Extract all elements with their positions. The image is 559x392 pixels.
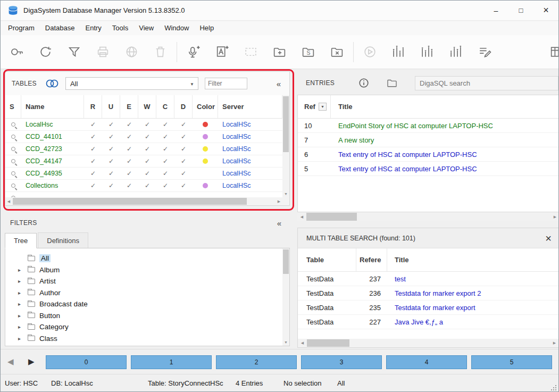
chevron-right-icon[interactable] bbox=[18, 336, 28, 341]
col-header-title[interactable]: Title bbox=[331, 95, 559, 118]
col-header-reference[interactable]: Refere bbox=[356, 248, 387, 271]
col-header-title[interactable]: Title bbox=[387, 248, 559, 271]
scrollbar-thumb[interactable] bbox=[283, 96, 289, 152]
col-header-server[interactable]: Server bbox=[218, 95, 282, 118]
search-result-row[interactable]: TestData 235 Testdata for marker export bbox=[298, 301, 559, 315]
table-name[interactable]: CCD_42723 bbox=[21, 143, 84, 155]
search-row-icon[interactable] bbox=[11, 184, 15, 188]
collapse-tables-button[interactable]: « bbox=[277, 79, 281, 88]
scrollbar-thumb[interactable] bbox=[307, 339, 349, 347]
ref-filter-dropdown-icon[interactable] bbox=[319, 103, 327, 111]
table-row[interactable]: CCD_44101 LocalHSc bbox=[5, 131, 282, 143]
result-title[interactable]: Testdata for marker export bbox=[387, 304, 559, 312]
minimize-button[interactable]: – bbox=[483, 1, 508, 20]
entry-title[interactable]: Text entry of HSC at computer LAPTOP-HSC bbox=[331, 165, 559, 173]
menu-help[interactable]: Help bbox=[194, 21, 219, 35]
key-icon[interactable] bbox=[8, 43, 26, 61]
tree-item-label[interactable]: Broadcast date bbox=[39, 300, 88, 308]
tree-item-all[interactable]: All bbox=[5, 253, 282, 264]
folder-s-icon[interactable]: S bbox=[299, 43, 317, 61]
col-header-r[interactable]: R bbox=[84, 95, 102, 118]
menu-window[interactable]: Window bbox=[159, 21, 194, 35]
add-folder-icon[interactable] bbox=[271, 43, 288, 61]
menu-entry[interactable]: Entry bbox=[80, 21, 107, 35]
scroll-left-arrow-icon[interactable] bbox=[5, 197, 12, 205]
col-header-name[interactable]: Name bbox=[21, 95, 84, 118]
pager-previous-icon[interactable] bbox=[7, 357, 14, 365]
pager-button-0[interactable]: 0 bbox=[46, 355, 127, 369]
statistics-icon-2[interactable] bbox=[419, 43, 436, 61]
col-header-e[interactable]: E bbox=[120, 95, 138, 118]
col-header-u[interactable]: U bbox=[102, 95, 120, 118]
tables-vertical-scrollbar[interactable] bbox=[282, 95, 289, 197]
chevron-right-icon[interactable] bbox=[18, 313, 28, 319]
scrollbar-thumb[interactable] bbox=[13, 198, 247, 205]
tree-item-label[interactable]: Artist bbox=[39, 277, 56, 285]
pager-button-4[interactable]: 4 bbox=[386, 355, 467, 369]
pager-next-icon[interactable] bbox=[28, 357, 35, 365]
collapse-filters-button[interactable]: « bbox=[277, 219, 281, 228]
search-row-icon[interactable] bbox=[11, 147, 15, 151]
tree-vertical-scrollbar[interactable] bbox=[282, 248, 289, 346]
result-title[interactable]: Java Jive €,ƒ„ a bbox=[387, 318, 559, 326]
col-header-s[interactable]: S bbox=[5, 95, 21, 118]
table-row[interactable]: CCD_42723 LocalHSc bbox=[5, 143, 282, 155]
scroll-down-arrow-icon[interactable] bbox=[282, 190, 289, 197]
result-title[interactable]: test bbox=[387, 275, 559, 283]
col-header-color[interactable]: Color bbox=[193, 95, 218, 118]
table-row[interactable]: Collections LocalHSc bbox=[5, 180, 282, 192]
tree-item-label[interactable]: All bbox=[39, 254, 51, 262]
search-row-icon[interactable] bbox=[11, 135, 15, 139]
menu-program[interactable]: Program bbox=[3, 21, 40, 35]
folder-icon[interactable] bbox=[386, 77, 398, 89]
scroll-right-arrow-icon[interactable] bbox=[550, 212, 559, 221]
entry-row[interactable]: 6 Text entry of HSC at computer LAPTOP-H… bbox=[298, 147, 559, 162]
menu-view[interactable]: View bbox=[134, 21, 159, 35]
scroll-down-arrow-icon[interactable] bbox=[282, 339, 289, 346]
tree-item-artist[interactable]: Artist bbox=[5, 276, 282, 287]
tab-definitions[interactable]: Definitions bbox=[38, 232, 88, 248]
refresh-icon[interactable] bbox=[37, 43, 54, 61]
tree-item-broadcast-date[interactable]: Broadcast date bbox=[5, 298, 282, 310]
tree-item-label[interactable]: Button bbox=[39, 312, 60, 320]
scrollbar-thumb[interactable] bbox=[283, 249, 289, 274]
tree-item-button[interactable]: Button bbox=[5, 310, 282, 322]
multi-horizontal-scrollbar[interactable] bbox=[298, 339, 559, 347]
search-result-row[interactable]: TestData 236 Testdata for marker export … bbox=[298, 286, 559, 301]
entry-row[interactable]: 10 EndPoint Story of HSC at computer LAP… bbox=[298, 119, 559, 133]
print-icon[interactable] bbox=[94, 43, 112, 61]
search-row-icon[interactable] bbox=[11, 159, 15, 163]
table-name[interactable]: CCD_44147 bbox=[21, 155, 84, 167]
search-tables-icon[interactable] bbox=[44, 78, 60, 89]
table-grid-icon[interactable] bbox=[548, 43, 558, 61]
chevron-right-icon[interactable] bbox=[18, 267, 28, 273]
table-row[interactable]: LocalHsc LocalHSc bbox=[5, 119, 282, 131]
tab-tree[interactable]: Tree bbox=[5, 233, 37, 248]
col-header-d[interactable]: D bbox=[174, 95, 193, 118]
tree-item-author[interactable]: Author bbox=[5, 287, 282, 299]
scroll-left-arrow-icon[interactable] bbox=[298, 339, 307, 347]
tree-item-label[interactable]: Category bbox=[39, 323, 69, 331]
globe-icon[interactable] bbox=[123, 43, 140, 61]
table-name[interactable]: LocalHsc bbox=[21, 119, 84, 130]
close-icon[interactable]: × bbox=[545, 233, 552, 244]
resize-grip[interactable] bbox=[550, 384, 556, 390]
menu-database[interactable]: Database bbox=[40, 21, 80, 35]
table-filter-input[interactable] bbox=[205, 78, 247, 89]
tables-horizontal-scrollbar[interactable] bbox=[5, 197, 282, 205]
chevron-right-icon[interactable] bbox=[18, 301, 28, 307]
pager-button-5[interactable]: 5 bbox=[471, 355, 552, 369]
col-header-table[interactable]: Table bbox=[298, 248, 356, 271]
tree-item-label[interactable]: Author bbox=[39, 289, 61, 297]
chevron-right-icon[interactable] bbox=[18, 278, 28, 284]
entry-row[interactable]: 5 Text entry of HSC at computer LAPTOP-H… bbox=[298, 162, 559, 176]
col-header-ref[interactable]: Ref bbox=[298, 95, 331, 118]
table-name[interactable]: Collections bbox=[21, 180, 84, 191]
edit-log-icon[interactable] bbox=[476, 43, 494, 61]
pager-button-1[interactable]: 1 bbox=[131, 355, 212, 369]
search-result-row[interactable]: TestData 227 Java Jive €,ƒ„ a bbox=[298, 315, 559, 329]
scrollbar-thumb[interactable] bbox=[306, 213, 357, 221]
scroll-left-arrow-icon[interactable] bbox=[297, 212, 306, 221]
selection-icon[interactable] bbox=[242, 43, 260, 61]
search-result-row[interactable]: TestData 237 test bbox=[298, 272, 559, 286]
